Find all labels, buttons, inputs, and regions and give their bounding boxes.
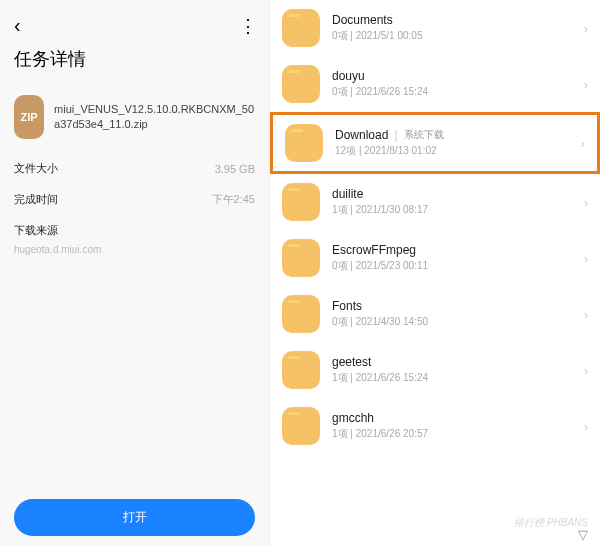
back-icon[interactable]: ‹	[14, 14, 21, 37]
folder-name: gmcchh	[332, 411, 572, 425]
folder-name: Documents	[332, 13, 572, 27]
chevron-right-icon: ›	[584, 251, 588, 266]
folder-meta: duilite 1项 | 2021/1/30 08:17	[332, 187, 572, 217]
folder-name: geetest	[332, 355, 572, 369]
file-row: ZIP miui_VENUS_V12.5.10.0.RKBCNXM_50a37d…	[14, 95, 255, 139]
chevron-right-icon: ›	[581, 136, 585, 151]
folder-sub: 0项 | 2021/5/1 00:05	[332, 29, 572, 43]
folder-sub: 12项 | 2021/8/13 01:02	[335, 144, 569, 158]
filter-icon[interactable]: ▽	[578, 527, 588, 542]
task-details-panel: ‹ ⋮ 任务详情 ZIP miui_VENUS_V12.5.10.0.RKBCN…	[0, 0, 270, 546]
folder-icon	[282, 351, 320, 389]
finish-time-value: 下午2:45	[212, 192, 255, 207]
folder-sub: 1项 | 2021/1/30 08:17	[332, 203, 572, 217]
folder-icon	[282, 9, 320, 47]
open-button[interactable]: 打开	[14, 499, 255, 536]
folder-icon	[285, 124, 323, 162]
folder-meta: geetest 1项 | 2021/6/26 15:24	[332, 355, 572, 385]
folder-icon	[282, 239, 320, 277]
folder-name: Fonts	[332, 299, 572, 313]
folder-item[interactable]: Fonts 0项 | 2021/4/30 14:50 ›	[270, 286, 600, 342]
folder-meta: EscrowFFmpeg 0项 | 2021/5/23 00:11	[332, 243, 572, 273]
folder-meta: Fonts 0项 | 2021/4/30 14:50	[332, 299, 572, 329]
folder-name: duilite	[332, 187, 572, 201]
more-icon[interactable]: ⋮	[239, 15, 255, 37]
folder-tag: 系统下载	[404, 128, 444, 142]
page-title: 任务详情	[14, 47, 255, 71]
file-size-value: 3.95 GB	[215, 163, 255, 175]
chevron-right-icon: ›	[584, 363, 588, 378]
top-bar: ‹ ⋮	[14, 14, 255, 37]
folder-name: EscrowFFmpeg	[332, 243, 572, 257]
folder-sub: 0项 | 2021/4/30 14:50	[332, 315, 572, 329]
chevron-right-icon: ›	[584, 77, 588, 92]
finish-time-label: 完成时间	[14, 192, 58, 207]
folder-icon	[282, 65, 320, 103]
chevron-right-icon: ›	[584, 21, 588, 36]
folder-meta: Documents 0项 | 2021/5/1 00:05	[332, 13, 572, 43]
chevron-right-icon: ›	[584, 195, 588, 210]
folder-icon	[282, 183, 320, 221]
folder-meta: gmcchh 1项 | 2021/6/26 20:57	[332, 411, 572, 441]
folder-item[interactable]: geetest 1项 | 2021/6/26 15:24 ›	[270, 342, 600, 398]
folder-sub: 0项 | 2021/5/23 00:11	[332, 259, 572, 273]
folder-meta: douyu 0项 | 2021/6/26 15:24	[332, 69, 572, 99]
download-source-label: 下载来源	[14, 223, 255, 238]
folder-item[interactable]: EscrowFFmpeg 0项 | 2021/5/23 00:11 ›	[270, 230, 600, 286]
watermark: 排行榜 PHBANS	[514, 518, 588, 528]
zip-icon: ZIP	[14, 95, 44, 139]
folder-item[interactable]: gmcchh 1项 | 2021/6/26 20:57 ›	[270, 398, 600, 454]
finish-time-row: 完成时间 下午2:45	[14, 192, 255, 207]
file-size-label: 文件大小	[14, 161, 58, 176]
download-source-value: hugeota.d.miui.com	[14, 244, 255, 255]
chevron-right-icon: ›	[584, 419, 588, 434]
folder-item[interactable]: douyu 0项 | 2021/6/26 15:24 ›	[270, 56, 600, 112]
folder-sub: 1项 | 2021/6/26 15:24	[332, 371, 572, 385]
folder-sub: 0项 | 2021/6/26 15:24	[332, 85, 572, 99]
chevron-right-icon: ›	[584, 307, 588, 322]
folder-sub: 1项 | 2021/6/26 20:57	[332, 427, 572, 441]
file-size-row: 文件大小 3.95 GB	[14, 161, 255, 176]
filename: miui_VENUS_V12.5.10.0.RKBCNXM_50a37d53e4…	[54, 102, 255, 133]
folder-name: douyu	[332, 69, 572, 83]
divider: |	[394, 128, 397, 142]
folder-icon	[282, 407, 320, 445]
folder-meta: Download|系统下载 12项 | 2021/8/13 01:02	[335, 128, 569, 158]
folder-item[interactable]: Download|系统下载 12项 | 2021/8/13 01:02 ›	[270, 112, 600, 174]
folder-item[interactable]: duilite 1项 | 2021/1/30 08:17 ›	[270, 174, 600, 230]
folder-name: Download|系统下载	[335, 128, 569, 142]
folder-list[interactable]: Documents 0项 | 2021/5/1 00:05 › douyu 0项…	[270, 0, 600, 546]
folder-item[interactable]: Documents 0项 | 2021/5/1 00:05 ›	[270, 0, 600, 56]
folder-icon	[282, 295, 320, 333]
